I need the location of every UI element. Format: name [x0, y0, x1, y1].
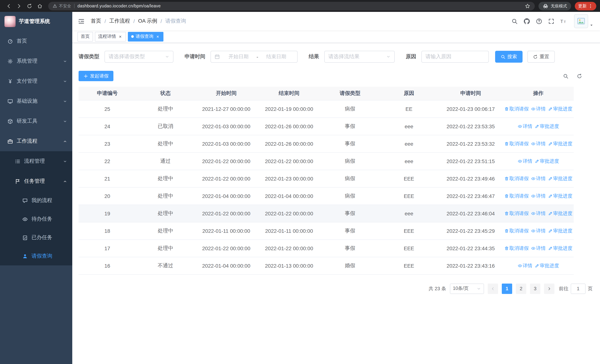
progress-action-link[interactable]: 审批进度: [548, 227, 572, 234]
page-button-1[interactable]: 1: [502, 283, 512, 294]
tab-close-icon[interactable]: ×: [118, 34, 123, 39]
goto-page-input[interactable]: [571, 283, 586, 294]
tab-close-icon[interactable]: ×: [155, 34, 160, 39]
cancel-action-link[interactable]: 取消请假: [504, 210, 529, 217]
reset-button[interactable]: 重置: [527, 51, 555, 63]
progress-action-link[interactable]: 审批进度: [534, 123, 559, 130]
incognito-icon: [543, 3, 548, 9]
user-avatar[interactable]: [574, 14, 593, 28]
security-warning[interactable]: 不安全: [53, 3, 71, 9]
sidebar-item-home[interactable]: 首页: [0, 31, 72, 51]
detail-action-link[interactable]: 详情: [531, 175, 546, 182]
detail-action-link[interactable]: 详情: [531, 210, 546, 217]
progress-action-link[interactable]: 审批进度: [548, 140, 572, 147]
breadcrumb-item[interactable]: 首页: [91, 18, 101, 24]
cancel-action-link[interactable]: 取消请假: [504, 245, 529, 252]
table-cell: 事假: [320, 118, 379, 135]
result-select[interactable]: 请选择流结果: [324, 51, 395, 63]
font-size-icon[interactable]: TT: [560, 18, 567, 24]
sidebar-item-infrastructure[interactable]: 基础设施: [0, 91, 72, 111]
progress-action-link[interactable]: 审批进度: [534, 262, 559, 269]
browser-update-button[interactable]: 更新: [575, 2, 596, 10]
sidebar-item-my-process[interactable]: 我的流程: [0, 191, 72, 210]
sidebar-item-task-management[interactable]: 任务管理: [0, 171, 72, 191]
address-bar[interactable]: 不安全 dashboard.yudao.iocoder.cn/bpm/oa/le…: [48, 2, 535, 10]
leave-type-select[interactable]: 请选择请假类型: [104, 51, 173, 63]
browser-reload-button[interactable]: [24, 1, 34, 11]
sidebar-item-dev-tools[interactable]: 研发工具: [0, 111, 72, 131]
table-cell: 2022-01-04 00:00:00: [195, 187, 258, 205]
edit-icon: [548, 176, 552, 181]
refresh-table-icon[interactable]: [577, 73, 582, 79]
sidebar-item-workflow[interactable]: 工作流程: [0, 131, 72, 151]
github-icon[interactable]: [524, 18, 530, 24]
detail-action-link[interactable]: 详情: [517, 262, 532, 269]
detail-action-link[interactable]: 详情: [531, 140, 546, 147]
browser-back-button[interactable]: [4, 1, 13, 11]
sidebar-item-leave-query[interactable]: 请假查询: [0, 247, 72, 265]
filter-form: 请假类型 请选择请假类型 申请时间 开始日期 - 结束日期: [79, 51, 593, 63]
progress-action-link[interactable]: 审批进度: [548, 245, 572, 252]
dashboard-icon: [7, 38, 13, 44]
page-size-select[interactable]: 10条/页: [450, 283, 484, 294]
tab-process-detail[interactable]: 流程详情×: [95, 32, 126, 41]
apply-time-range-picker[interactable]: 开始日期 - 结束日期: [210, 51, 298, 63]
kebab-menu-icon[interactable]: [588, 3, 593, 8]
detail-action-link[interactable]: 详情: [517, 158, 532, 164]
detail-action-link[interactable]: 详情: [531, 105, 546, 112]
cancel-action-link[interactable]: 取消请假: [504, 227, 529, 234]
progress-action-link[interactable]: 审批进度: [548, 175, 572, 182]
progress-action-link[interactable]: 审批进度: [548, 105, 572, 112]
sidebar-item-system-management[interactable]: 系统管理: [0, 51, 72, 71]
table-cell: 2022-01-03 00:00:00: [195, 135, 258, 152]
toggle-search-icon[interactable]: [563, 73, 569, 79]
header-search-icon[interactable]: [511, 18, 518, 24]
tab-leave-query[interactable]: 请假查询×: [128, 32, 163, 41]
cancel-action-link[interactable]: 取消请假: [504, 193, 529, 199]
sidebar-item-todo-task[interactable]: 待办任务: [0, 210, 72, 228]
action-label: 详情: [536, 193, 546, 199]
tab-home[interactable]: 首页: [77, 32, 93, 41]
page-button-3[interactable]: 3: [530, 283, 540, 294]
breadcrumb-item[interactable]: OA 示例: [138, 18, 157, 24]
table-cell: EEE: [379, 187, 438, 205]
breadcrumb-separator: /: [133, 18, 135, 24]
detail-action-link[interactable]: 详情: [531, 193, 546, 199]
table-cell: 病假: [320, 100, 379, 118]
app-logo[interactable]: 芋道管理系统: [0, 12, 72, 31]
action-label: 详情: [536, 105, 546, 112]
prev-page-button[interactable]: [488, 283, 498, 294]
breadcrumb-separator: /: [160, 18, 162, 24]
cancel-action-link[interactable]: 取消请假: [504, 140, 529, 147]
page-button-2[interactable]: 2: [516, 283, 526, 294]
browser-forward-button[interactable]: [14, 1, 24, 11]
detail-action-link[interactable]: 详情: [517, 123, 532, 130]
cancel-action-link[interactable]: 取消请假: [504, 175, 529, 182]
create-leave-button[interactable]: 发起请假: [79, 71, 113, 81]
sidebar-toggle-button[interactable]: [78, 18, 85, 25]
sidebar-item-payment-management[interactable]: 支付管理: [0, 71, 72, 91]
search-button[interactable]: 搜索: [495, 51, 523, 63]
detail-action-link[interactable]: 详情: [531, 245, 546, 252]
sidebar-item-done-task[interactable]: 已办任务: [0, 228, 72, 247]
sidebar-item-label: 任务管理: [24, 178, 63, 185]
chevron-left-icon: [491, 286, 495, 291]
column-header: 状态: [136, 87, 195, 100]
table-cell: 2022-01-26 00:00:00: [258, 118, 320, 135]
reason-input[interactable]: 请输入原因: [421, 51, 489, 63]
fullscreen-icon[interactable]: [548, 18, 554, 24]
table-cell: 2022-01-26 00:00:00: [258, 135, 320, 152]
detail-action-link[interactable]: 详情: [531, 227, 546, 234]
progress-action-link[interactable]: 审批进度: [548, 193, 572, 199]
next-page-button[interactable]: [544, 283, 554, 294]
cancel-action-link[interactable]: 取消请假: [504, 105, 529, 112]
progress-action-link[interactable]: 审批进度: [548, 210, 572, 217]
bookmark-star-icon[interactable]: [525, 3, 530, 9]
table-cell: 病假: [320, 187, 379, 205]
help-icon[interactable]: [536, 18, 542, 24]
breadcrumb-item[interactable]: 工作流程: [109, 18, 130, 24]
sidebar-item-process-management[interactable]: 流程管理: [0, 151, 72, 171]
browser-home-button[interactable]: [35, 1, 45, 11]
progress-action-link[interactable]: 审批进度: [534, 158, 559, 164]
warning-icon: [53, 4, 57, 8]
